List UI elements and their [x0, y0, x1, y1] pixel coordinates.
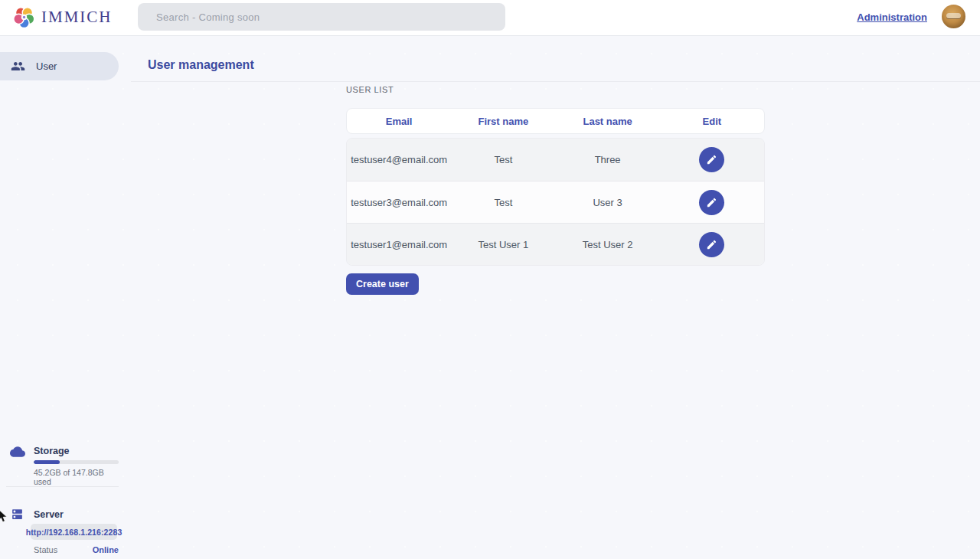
table-row: testuser4@email.comTestThree — [347, 139, 764, 181]
cell-email: testuser1@email.com — [347, 239, 451, 250]
sidebar-status-panel: Storage 45.2GB of 147.8GB used Server ht… — [0, 440, 119, 559]
column-header-edit: Edit — [660, 116, 764, 127]
panel-divider — [6, 486, 119, 487]
page-title: User management — [148, 58, 254, 72]
column-header-last-name: Last name — [556, 116, 660, 127]
sidebar-item-label: User — [36, 60, 57, 72]
storage-progress-bar — [34, 460, 119, 464]
storage-usage-text: 45.2GB of 147.8GB used — [34, 468, 119, 486]
create-user-button[interactable]: Create user — [346, 273, 419, 295]
table-row: testuser1@email.comTest User 1Test User … — [347, 223, 764, 265]
storage-title: Storage — [34, 446, 70, 456]
cell-email: testuser3@email.com — [347, 197, 451, 208]
storage-progress-fill — [34, 460, 60, 464]
edit-user-button[interactable] — [699, 147, 724, 172]
user-avatar[interactable] — [942, 5, 965, 28]
cell-edit — [660, 232, 764, 257]
administration-link[interactable]: Administration — [857, 11, 927, 23]
table-row: testuser3@email.comTestUser 3 — [347, 181, 764, 223]
user-table-body: testuser4@email.comTestThree testuser3@e… — [346, 138, 765, 266]
cell-edit — [660, 190, 764, 215]
sidebar-item-user[interactable]: User — [0, 52, 119, 80]
server-title: Server — [34, 509, 64, 520]
cell-edit — [660, 147, 764, 172]
status-label: Status — [34, 545, 57, 554]
pencil-icon — [706, 239, 717, 250]
cell-last-name: Three — [556, 154, 660, 165]
pencil-icon — [706, 197, 717, 208]
cell-first-name: Test — [451, 154, 555, 165]
cloud-icon — [10, 444, 25, 459]
status-value: Online — [93, 545, 119, 554]
app-logo[interactable]: IMMICH — [13, 6, 113, 28]
edit-user-button[interactable] — [699, 190, 724, 215]
server-url-chip: http://192.168.1.216:2283 — [31, 524, 117, 540]
column-header-first-name: First name — [451, 116, 555, 127]
users-icon — [11, 59, 25, 74]
edit-user-button[interactable] — [699, 232, 724, 257]
app-title: IMMICH — [41, 8, 113, 27]
server-icon — [11, 508, 24, 521]
top-navbar: IMMICH Administration — [0, 0, 980, 36]
page-body: User User management USER LIST EmailFirs… — [0, 36, 980, 559]
column-header-email: Email — [347, 116, 451, 127]
cell-last-name: Test User 2 — [556, 239, 660, 250]
pencil-icon — [706, 154, 717, 165]
section-label: USER LIST — [346, 85, 394, 94]
cell-email: testuser4@email.com — [347, 154, 451, 165]
title-divider — [131, 81, 980, 82]
immich-flower-icon — [13, 6, 35, 28]
search-input[interactable] — [138, 3, 505, 31]
cell-last-name: User 3 — [556, 197, 660, 208]
cell-first-name: Test — [451, 197, 555, 208]
user-table-header: EmailFirst nameLast nameEdit — [346, 108, 765, 134]
cell-first-name: Test User 1 — [451, 239, 555, 250]
